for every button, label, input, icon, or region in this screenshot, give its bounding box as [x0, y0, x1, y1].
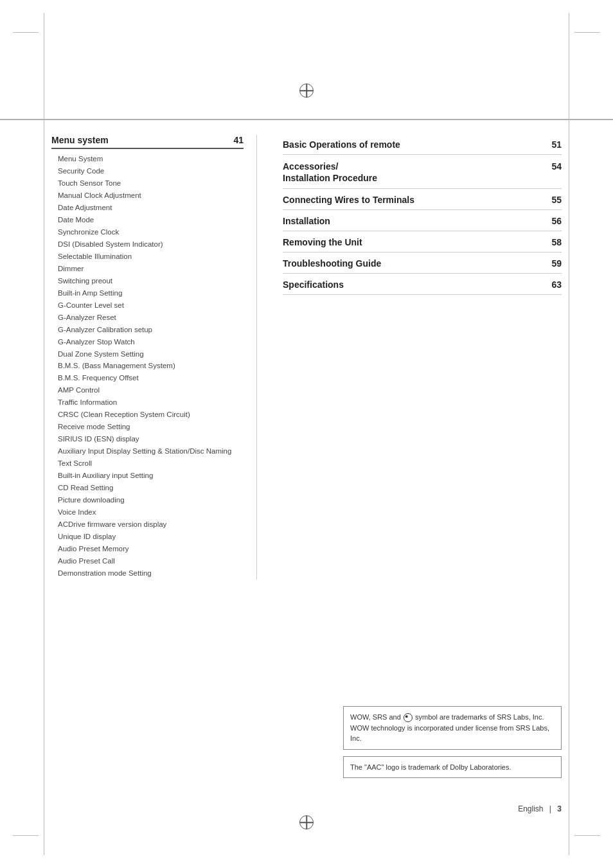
toc-entry: Receive mode Setting: [51, 421, 244, 433]
corner-mark-tr: [574, 32, 600, 33]
right-section-label-specifications: Specifications: [283, 279, 344, 290]
right-section-connecting-wires: Connecting Wires to Terminals 55: [283, 190, 562, 210]
right-section-troubleshooting: Troubleshooting Guide 59: [283, 254, 562, 274]
top-rule: [0, 119, 613, 120]
toc-entry: G-Analyzer Reset: [51, 312, 244, 324]
toc-entry: Menu System: [51, 153, 244, 165]
right-section-label-connecting-wires: Connecting Wires to Terminals: [283, 195, 414, 205]
notice-box-srs: WOW, SRS and symbol are trademarks of SR…: [343, 706, 562, 750]
toc-entry: B.M.S. Frequency Offset: [51, 372, 244, 384]
toc-entry: B.M.S. (Bass Management System): [51, 360, 244, 372]
toc-entry: Built-in Auxiliary input Setting: [51, 470, 244, 482]
right-section-specifications: Specifications 63: [283, 275, 562, 295]
left-column: Menu system 41 Menu System Security Code…: [51, 135, 257, 580]
toc-entry: Manual Clock Adjustment: [51, 190, 244, 202]
toc-entry: Selectable Illumination: [51, 251, 244, 263]
right-section-removing: Removing the Unit 58: [283, 233, 562, 252]
right-section-basic-ops: Basic Operations of remote 51: [283, 135, 562, 155]
srs-symbol-icon: [404, 713, 413, 722]
toc-entry: G-Analyzer Stop Watch: [51, 336, 244, 348]
corner-mark-tl: [13, 32, 39, 33]
left-section-header: Menu system 41: [51, 135, 244, 149]
toc-entry: Touch Sensor Tone: [51, 177, 244, 190]
toc-entry: Traffic Information: [51, 396, 244, 409]
right-section-label-installation: Installation: [283, 216, 330, 226]
right-section-pagenum-basic-ops: 51: [551, 139, 562, 150]
right-section-pagenum-specifications: 63: [551, 279, 562, 290]
registration-mark-bottom: [299, 815, 314, 829]
toc-entry: Dimmer: [51, 263, 244, 275]
toc-entry: SIRIUS ID (ESN) display: [51, 433, 244, 445]
toc-entry: Picture downloading: [51, 494, 244, 506]
toc-entry: Dual Zone System Setting: [51, 348, 244, 360]
right-section-label-accessories: Accessories/Installation Procedure: [283, 161, 377, 184]
toc-entry: ACDrive firmware version display: [51, 518, 244, 531]
toc-entry: Demonstration mode Setting: [51, 567, 244, 580]
footer-language: English: [518, 804, 543, 813]
notice-srs-text: WOW, SRS and symbol are trademarks of SR…: [350, 713, 549, 742]
left-section-title: Menu system: [51, 135, 109, 145]
page-wrapper: Menu system 41 Menu System Security Code…: [0, 0, 613, 868]
toc-area: Menu system 41 Menu System Security Code…: [0, 135, 613, 580]
left-section-pagenum: 41: [233, 135, 244, 145]
toc-entry: Synchronize Clock: [51, 226, 244, 238]
right-section-label-basic-ops: Basic Operations of remote: [283, 139, 400, 150]
notice-area: WOW, SRS and symbol are trademarks of SR…: [343, 706, 562, 784]
toc-entry: G-Analyzer Calibration setup: [51, 324, 244, 336]
corner-mark-bl: [13, 835, 39, 836]
right-section-pagenum-removing: 58: [551, 237, 562, 247]
toc-entry: Date Mode: [51, 214, 244, 226]
footer-separator: |: [549, 804, 551, 813]
toc-entry: Unique ID display: [51, 531, 244, 543]
right-section-label-removing: Removing the Unit: [283, 237, 362, 247]
toc-entry: G-Counter Level set: [51, 299, 244, 312]
toc-entry: Audio Preset Call: [51, 555, 244, 567]
toc-entry: DSI (Disabled System Indicator): [51, 238, 244, 251]
right-section-pagenum-troubleshooting: 59: [551, 258, 562, 269]
toc-entry: Text Scroll: [51, 457, 244, 470]
right-section-label-troubleshooting: Troubleshooting Guide: [283, 258, 381, 269]
right-section-accessories: Accessories/Installation Procedure 54: [283, 156, 562, 189]
right-section-pagenum-accessories: 54: [551, 161, 562, 172]
toc-entry: Switching preout: [51, 275, 244, 287]
toc-entry: Voice Index: [51, 506, 244, 518]
corner-mark-br: [574, 835, 600, 836]
toc-entry: Audio Preset Memory: [51, 543, 244, 555]
registration-mark-top: [299, 84, 314, 98]
toc-entry: Built-in Amp Setting: [51, 287, 244, 299]
toc-entry: Auxiliary Input Display Setting & Statio…: [51, 445, 244, 457]
notice-box-dolby: The "AAC" logo is trademark of Dolby Lab…: [343, 756, 562, 779]
toc-entry: AMP Control: [51, 384, 244, 396]
left-toc-entries: Menu System Security Code Touch Sensor T…: [51, 153, 244, 580]
toc-entry: CRSC (Clean Reception System Circuit): [51, 409, 244, 421]
toc-entry: Security Code: [51, 165, 244, 177]
notice-dolby-text: The "AAC" logo is trademark of Dolby Lab…: [350, 763, 511, 771]
toc-entry: CD Read Setting: [51, 482, 244, 494]
right-section-installation: Installation 56: [283, 211, 562, 231]
right-section-pagenum-connecting-wires: 55: [551, 195, 562, 205]
right-section-pagenum-installation: 56: [551, 216, 562, 226]
right-column: Basic Operations of remote 51 Accessorie…: [257, 135, 562, 580]
toc-entry: Date Adjustment: [51, 202, 244, 214]
footer-page-number: 3: [557, 804, 562, 813]
page-footer: English | 3: [518, 804, 562, 813]
